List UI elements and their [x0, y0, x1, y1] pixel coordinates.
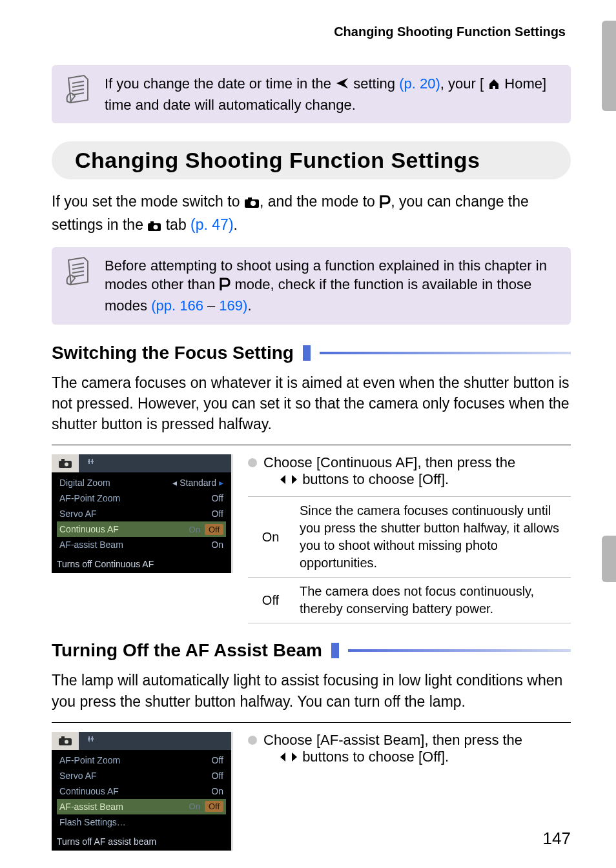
heading-marker: [331, 643, 339, 658]
table-row: OnSince the camera focuses continuously …: [248, 497, 571, 578]
focus-table: OnSince the camera focuses continuously …: [248, 496, 571, 623]
page-link-20[interactable]: (p. 20): [399, 76, 440, 92]
menu-row: Digital Zoom◂Standard▸: [57, 475, 226, 490]
sub-heading-afbeam: Turning Off the AF Assist Beam: [52, 640, 322, 661]
text: tab: [161, 216, 190, 233]
note-box-datetime: If you change the date or time in the se…: [52, 65, 571, 123]
camera-icon: [244, 193, 260, 214]
camera-tab-icon: [147, 216, 161, 237]
table-key: On: [248, 497, 293, 578]
menu-body: Digital Zoom◂Standard▸ AF-Point ZoomOff …: [52, 472, 231, 556]
menu-value: OnOff: [187, 801, 223, 812]
heading-marker: [303, 345, 311, 361]
heading-rule: [320, 352, 571, 354]
section-title: Changing Shooting Function Settings: [75, 148, 553, 173]
menu-row: Servo AFOff: [57, 506, 226, 521]
menu-row: AF-assist BeamOn: [57, 537, 226, 552]
menu-label: Servo AF: [59, 509, 97, 519]
menu-tab-camera: [52, 732, 79, 750]
menu-row: Flash Settings…: [57, 814, 226, 830]
svg-rect-1: [248, 197, 252, 200]
text: Choose [AF-assist Beam], then press the: [263, 732, 522, 748]
side-tab-lower: [602, 536, 616, 582]
text: , and the mode to: [260, 193, 379, 210]
svg-point-5: [154, 225, 158, 229]
page-number: 147: [543, 829, 571, 849]
page-link-169[interactable]: 169): [219, 298, 247, 314]
menu-value: OnOff: [187, 524, 223, 535]
menu-footer: Turns off AF assist beam: [52, 834, 231, 851]
left-right-arrows-icon: [279, 473, 298, 490]
menu-row: Continuous AFOn: [57, 783, 226, 799]
text: .: [247, 298, 251, 314]
menu-row: AF-Point ZoomOff: [57, 490, 226, 506]
text: If you change the date or time in the: [105, 76, 335, 92]
divider: [52, 445, 571, 445]
afbeam-two-col: AF-Point ZoomOff Servo AFOff Continuous …: [52, 732, 571, 851]
camera-menu-screenshot: AF-Point ZoomOff Servo AFOff Continuous …: [52, 732, 231, 851]
focus-right-col: Choose [Continuous AF], then press the b…: [248, 454, 571, 623]
menu-value: Off: [212, 493, 223, 503]
text: If you set the mode switch to: [52, 193, 244, 210]
menu-value: ◂Standard▸: [172, 478, 223, 488]
afbeam-right-col: Choose [AF-assist Beam], then press the …: [248, 732, 571, 771]
menu-footer: Turns off Continuous AF: [52, 556, 231, 573]
menu-tab-tools: [79, 732, 106, 750]
sub-heading-row: Switching the Focus Setting: [52, 343, 571, 363]
airplane-icon: [335, 76, 349, 96]
p-mode-icon: [219, 277, 231, 296]
menu-label: AF-Point Zoom: [59, 493, 120, 503]
menu-label: AF-assist Beam: [59, 540, 123, 550]
left-right-arrows-icon: [279, 751, 298, 767]
menu-row: Servo AFOff: [57, 768, 226, 783]
menu-tab-tools: [79, 454, 106, 472]
menu-label: AF-assist Beam: [59, 802, 123, 812]
divider: [52, 722, 571, 723]
table-row: OffThe camera does not focus continuousl…: [248, 578, 571, 623]
side-tab: [602, 21, 616, 111]
svg-point-11: [65, 740, 68, 743]
menu-value: On: [211, 786, 223, 796]
table-val: The camera does not focus continuously, …: [293, 578, 571, 623]
bullet-line: Choose [AF-assist Beam], then press the …: [248, 732, 571, 767]
note-text: Before attempting to shoot using a funct…: [105, 256, 558, 316]
text: buttons to choose [Off].: [302, 749, 449, 765]
table-key: Off: [248, 578, 293, 623]
camera-menu-screenshot: Digital Zoom◂Standard▸ AF-Point ZoomOff …: [52, 454, 231, 573]
home-icon: [488, 76, 500, 96]
svg-point-8: [65, 463, 68, 467]
svg-rect-10: [61, 736, 65, 739]
p-mode-icon: [379, 193, 391, 214]
sub-heading-focus: Switching the Focus Setting: [52, 343, 294, 363]
menu-tabs: [52, 732, 231, 750]
note-text: If you change the date or time in the se…: [105, 74, 558, 114]
menu-tabs: [52, 454, 231, 472]
menu-label: Digital Zoom: [59, 478, 110, 488]
menu-row-selected: AF-assist BeamOnOff: [57, 799, 226, 814]
note-box-modes: Before attempting to shoot using a funct…: [52, 247, 571, 325]
afbeam-body: The lamp will automatically light to ass…: [52, 670, 571, 711]
page-link-166[interactable]: (pp. 166: [151, 298, 203, 314]
running-head: Changing Shooting Function Settings: [52, 25, 571, 39]
intro-paragraph: If you set the mode switch to , and the …: [52, 191, 571, 236]
menu-row-selected: Continuous AFOnOff: [57, 521, 226, 537]
menu-label: Continuous AF: [59, 524, 119, 534]
bullet-line: Choose [Continuous AF], then press the b…: [248, 454, 571, 490]
table-val: Since the camera focuses continuously un…: [293, 497, 571, 578]
page-link-47[interactable]: (p. 47): [190, 216, 233, 233]
menu-row: AF-Point ZoomOff: [57, 752, 226, 768]
text: –: [203, 298, 219, 314]
text: Choose [Continuous AF], then press the: [263, 454, 515, 470]
focus-two-col: Digital Zoom◂Standard▸ AF-Point ZoomOff …: [52, 454, 571, 623]
menu-body: AF-Point ZoomOff Servo AFOff Continuous …: [52, 750, 231, 834]
bullet-icon: [248, 736, 257, 745]
notes-icon: [65, 256, 92, 288]
svg-rect-4: [150, 221, 154, 224]
page: Changing Shooting Function Settings If y…: [0, 0, 616, 868]
menu-value: Off: [212, 771, 223, 781]
text: , your [: [440, 76, 484, 92]
section-title-wrap: Changing Shooting Function Settings: [52, 141, 571, 179]
svg-rect-7: [61, 459, 65, 461]
menu-label: AF-Point Zoom: [59, 755, 120, 765]
text: setting: [353, 76, 399, 92]
